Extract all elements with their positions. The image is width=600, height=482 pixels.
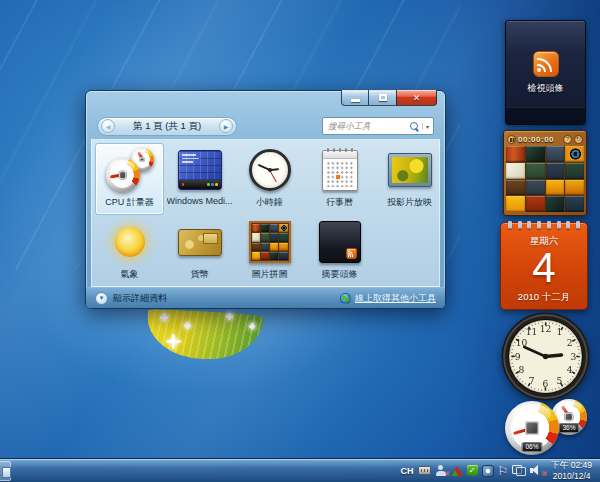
puzzle-timer: 00:00:00 [518,135,561,144]
puzzle-tile[interactable] [546,196,565,212]
analog-clock-face: 121234567891011 [501,312,590,401]
clock-gadget[interactable]: 121234567891011 [501,312,590,401]
prev-page-button[interactable]: ◀ [101,119,115,133]
puzzle-tile [279,252,287,260]
puzzle-tile [270,224,278,232]
minimize-icon [351,99,360,102]
gadget-label: 行事曆 [326,196,353,209]
puzzle-tile[interactable] [546,146,565,162]
action-center-flag-icon[interactable]: ⚐ [498,465,509,477]
puzzle-shuffle-button[interactable]: ↻ [574,135,583,144]
close-icon: ✕ [413,93,421,103]
gadget-search-box[interactable]: ▾ [322,117,434,135]
next-page-button[interactable]: ▶ [219,119,233,133]
gadget-tile-picture-puzzle[interactable]: 圖片拼圖 [235,215,304,287]
cpu-gauge: 06% [505,401,559,455]
system-tray: CH ✕ ✓ ⚐ ✕ 下午 02:49 2010/12/4 [401,459,600,482]
puzzle-tile[interactable] [506,180,525,196]
puzzle-tile[interactable] [565,180,584,196]
calendar-day: 4 [501,248,587,288]
puzzle-tile [270,252,278,260]
gadget-tile-cpu-meter[interactable]: CPU 計量器 [95,143,164,215]
show-details-toggle[interactable]: ▼ 顯示詳細資料 [95,292,167,305]
calendar-gadget[interactable]: 星期六 4 2010 十二月 [500,222,588,310]
search-caret-icon[interactable]: ▾ [422,123,429,130]
puzzle-tile [279,233,287,241]
gadget-tile-calendar[interactable]: 行事曆 [305,143,374,215]
puzzle-tile [261,233,269,241]
tray-clock[interactable]: 下午 02:49 2010/12/4 [548,460,595,481]
graph-tray-icon[interactable] [451,465,463,476]
cpu-meter-icon [105,147,155,193]
maximize-button[interactable] [369,90,396,106]
svg-text:12: 12 [540,324,552,334]
search-input[interactable] [328,121,407,131]
gadget-tile-weather[interactable]: 氣象 [95,215,164,287]
puzzle-tile [270,243,278,251]
gadget-label: 小時鐘 [256,196,283,209]
puzzle-tile [252,243,260,251]
puzzle-tile[interactable] [506,163,525,179]
show-details-label: 顯示詳細資料 [113,292,167,305]
puzzle-tile[interactable] [565,163,584,179]
currency-icon [175,219,225,265]
search-icon[interactable] [410,122,419,131]
rss-icon [346,248,357,259]
close-button[interactable]: ✕ [396,90,437,106]
picture-puzzle-gadget[interactable]: 00:00:00 ? ↻ [503,130,587,216]
volume-muted-icon[interactable]: ✕ [530,465,544,476]
user-offline-icon[interactable]: ✕ [435,465,447,476]
puzzle-tile[interactable] [526,196,545,212]
update-icon[interactable] [482,465,494,477]
gadget-label: 氣象 [121,268,139,281]
calendar-icon [315,147,365,193]
puzzle-tile[interactable] [546,163,565,179]
taskbar-button-partial[interactable] [0,461,11,481]
cpu-meter-gadget[interactable]: 36% 06% [499,397,595,458]
feed-gadget-label: 檢視頭條 [506,82,585,95]
wallpaper-logo-leaf [146,309,264,361]
svg-text:4: 4 [567,365,573,375]
gadget-tile-clock[interactable]: 小時鐘 [235,143,304,215]
gadget-tile-currency[interactable]: 貨幣 [165,215,234,287]
puzzle-tile[interactable] [546,180,565,196]
gadget-label: CPU 計量器 [105,196,154,209]
puzzle-grid [506,146,584,212]
window-titlebar[interactable]: ✕ [86,91,445,113]
puzzle-tile[interactable] [526,146,545,162]
feed-headlines-gadget[interactable]: 檢視頭條 [505,20,586,125]
svg-text:9: 9 [515,352,521,362]
gadget-tile-feed-headlines[interactable]: 摘要頭條 [305,215,374,287]
keyboard-icon[interactable] [418,466,431,475]
gallery-toolbar: ◀ 第 1 頁 (共 1 頁) ▶ ▾ [86,113,445,139]
network-icon[interactable] [512,465,526,476]
puzzle-tile[interactable] [565,196,584,212]
get-more-gadgets-link[interactable]: 線上取得其他小工具 [340,292,436,305]
calendar-month-year: 2010 十二月 [501,291,587,304]
language-indicator[interactable]: CH [401,466,414,476]
taskbar[interactable]: CH ✕ ✓ ⚐ ✕ 下午 02:49 2010/12/4 [0,458,600,482]
maximize-icon [379,94,387,101]
gadget-label: 摘要頭條 [322,268,358,281]
clock-icon [245,147,295,193]
puzzle-tile[interactable] [506,146,525,162]
slideshow-icon [385,147,435,193]
tray-time: 下午 02:49 [551,460,592,471]
weather-sun-icon [105,219,155,265]
puzzle-help-button[interactable]: ? [563,135,572,144]
puzzle-tile[interactable] [526,180,545,196]
gallery-footer: ▼ 顯示詳細資料 線上取得其他小工具 [86,287,445,308]
gadget-tile-slideshow[interactable]: 投影片放映 [375,143,440,215]
cpu-value: 06% [521,442,542,452]
puzzle-tile[interactable] [506,196,525,212]
gadget-tile-media-center[interactable]: Windows Medi... [165,143,234,215]
puzzle-tile[interactable] [526,163,545,179]
online-link-text[interactable]: 線上取得其他小工具 [355,292,436,305]
svg-text:1: 1 [557,327,563,337]
pause-icon[interactable] [507,135,516,144]
page-navigation: ◀ 第 1 頁 (共 1 頁) ▶ [97,117,237,136]
security-check-icon[interactable]: ✓ [467,465,478,476]
puzzle-tile[interactable] [565,146,584,162]
chevron-down-icon: ▼ [99,295,105,301]
minimize-button[interactable] [341,90,369,106]
